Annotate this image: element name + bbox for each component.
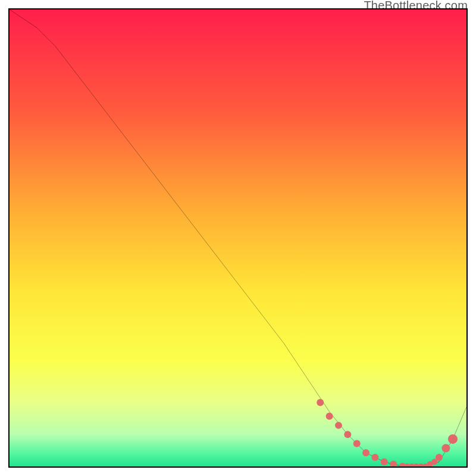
marker-dot xyxy=(317,399,324,406)
marker-dot xyxy=(353,440,361,447)
bottleneck-curve xyxy=(10,10,466,466)
marker-dot xyxy=(326,413,333,420)
plot-area xyxy=(8,8,468,468)
chart-container: TheBottleneck.com xyxy=(0,0,476,476)
curve-layer xyxy=(10,10,466,466)
marker-dot xyxy=(381,458,388,465)
marker-dot xyxy=(390,461,397,468)
highlight-dots xyxy=(317,399,458,468)
marker-dot xyxy=(344,431,351,438)
marker-dot xyxy=(335,422,342,429)
marker-dot xyxy=(362,449,369,456)
marker-dot xyxy=(436,454,443,461)
marker-dot xyxy=(371,454,378,461)
marker-dot xyxy=(448,434,458,444)
marker-dot xyxy=(441,444,450,452)
